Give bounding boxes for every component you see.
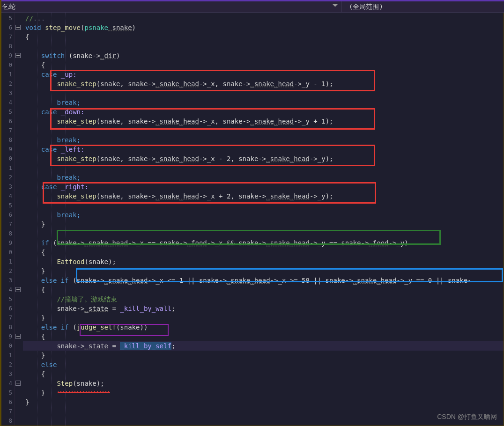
code-line[interactable]: snake_step(snake, snake->_snake_head->_x…	[23, 117, 504, 126]
code-line[interactable]: break;	[23, 173, 504, 182]
line-number: 5	[0, 294, 14, 304]
code-line[interactable]: }	[23, 313, 504, 323]
fold-minus-icon	[15, 25, 21, 30]
fold-handle	[15, 126, 23, 135]
code-line[interactable]	[23, 407, 504, 416]
code-line[interactable]: void step_move(psnake snake)	[23, 23, 504, 32]
line-number: 0	[0, 154, 14, 163]
fold-handle	[15, 266, 23, 276]
line-number: 6	[0, 210, 14, 220]
fold-handle	[15, 182, 23, 191]
code-line[interactable]: break;	[23, 98, 504, 107]
code-line[interactable]: {	[23, 32, 504, 42]
code-line[interactable]	[23, 163, 504, 173]
line-number: 1	[0, 70, 14, 79]
fold-handle	[15, 117, 23, 126]
fold-handle[interactable]	[15, 379, 23, 388]
line-number: 8	[0, 416, 14, 426]
code-line[interactable]	[23, 201, 504, 210]
code-line[interactable]: if (snake->_snake_head->_x == snake->_fo…	[23, 238, 504, 248]
code-line[interactable]: }	[23, 220, 504, 229]
code-line[interactable]: {	[23, 369, 504, 379]
fold-handle[interactable]	[15, 332, 23, 341]
line-number: 1	[0, 163, 14, 173]
code-line[interactable]: case _down:	[23, 107, 504, 117]
code-line[interactable]: snake->_state = _kill_by_wall;	[23, 304, 504, 313]
fold-handle	[15, 416, 23, 426]
fold-handle	[15, 88, 23, 98]
fold-handle[interactable]	[15, 285, 23, 294]
fold-handle	[15, 388, 23, 397]
toolbar: 乞蛇 (全局范围)	[0, 1, 504, 13]
code-line[interactable]: Step(snake);	[23, 379, 504, 388]
code-line[interactable]: {	[23, 332, 504, 341]
code-line[interactable]: case _right:	[23, 182, 504, 191]
code-line[interactable]: }	[23, 266, 504, 276]
code-line[interactable]: }	[23, 397, 504, 407]
code-line[interactable]: Eatfood(snake);	[23, 257, 504, 266]
code-line[interactable]: break;	[23, 135, 504, 145]
code-content[interactable]: //... void step_move(psnake snake) { swi…	[23, 13, 504, 426]
code-line[interactable]: snake_step(snake, snake->_snake_head->_x…	[23, 191, 504, 201]
line-number: 4	[0, 98, 14, 107]
code-line[interactable]: snake_step(snake, snake->_snake_head->_x…	[23, 79, 504, 88]
fold-handle[interactable]	[15, 51, 23, 60]
fold-handle	[15, 135, 23, 145]
code-line[interactable]	[23, 42, 504, 51]
line-number: 8	[0, 42, 14, 51]
code-line[interactable]	[23, 416, 504, 426]
fold-minus-icon	[15, 334, 21, 339]
line-number: 9	[0, 51, 14, 60]
watermark: CSDN @打鱼又晒网	[437, 413, 497, 421]
code-line[interactable]: snake->_state = _kill_by_self;	[23, 341, 504, 351]
code-line[interactable]: {	[23, 60, 504, 70]
code-line[interactable]: {	[23, 285, 504, 294]
fold-handle[interactable]	[15, 23, 23, 32]
fold-handle	[15, 248, 23, 257]
scope-dropdown-right[interactable]: (全局范围)	[342, 1, 504, 12]
fold-handle	[15, 407, 23, 416]
fold-handle	[15, 294, 23, 304]
line-number: 3	[0, 88, 14, 98]
fold-handle	[15, 163, 23, 173]
code-line[interactable]: {	[23, 248, 504, 257]
code-line[interactable]: switch (snake->_dir)	[23, 51, 504, 60]
line-number: 0	[0, 60, 14, 70]
fold-handle	[15, 276, 23, 285]
fold-handle	[15, 210, 23, 220]
code-line[interactable]	[23, 126, 504, 135]
fold-handle	[15, 220, 23, 229]
code-line[interactable]: else	[23, 360, 504, 369]
fold-handle	[15, 229, 23, 238]
fold-handle	[15, 60, 23, 70]
line-number: 6	[0, 304, 14, 313]
code-line[interactable]	[23, 229, 504, 238]
code-editor[interactable]: 5678901234567890123456789012345678901234…	[0, 13, 504, 426]
line-number: 5	[0, 107, 14, 117]
line-number: 8	[0, 229, 14, 238]
fold-handle	[15, 107, 23, 117]
code-line[interactable]: break;	[23, 210, 504, 220]
line-number: 7	[0, 126, 14, 135]
code-line[interactable]: //撞墙了。游戏结束	[23, 294, 504, 304]
chevron-down-icon	[333, 4, 338, 9]
fold-handle	[15, 313, 23, 323]
code-line[interactable]: snake_step(snake, snake->_snake_head->_x…	[23, 154, 504, 163]
code-line[interactable]: case _left:	[23, 145, 504, 154]
line-number: 4	[0, 379, 14, 388]
fold-handle	[15, 369, 23, 379]
line-number: 0	[0, 248, 14, 257]
code-line[interactable]: else if (snake->_snake_head->_x <= 1 || …	[23, 276, 504, 285]
code-line[interactable]: }	[23, 351, 504, 360]
scope-right-label: (全局范围)	[349, 3, 383, 11]
fold-minus-icon	[15, 381, 21, 386]
code-line[interactable]	[23, 88, 504, 98]
code-line[interactable]: else if (judge_self(snake))	[23, 323, 504, 332]
scope-dropdown-left[interactable]: 乞蛇	[0, 1, 342, 12]
red-underline-annotation	[58, 391, 110, 393]
line-number: 9	[0, 332, 14, 341]
code-line[interactable]: case _up:	[23, 70, 504, 79]
scope-label: 乞蛇	[2, 3, 15, 11]
line-number: 9	[0, 145, 14, 154]
code-line[interactable]: //...	[23, 14, 504, 23]
